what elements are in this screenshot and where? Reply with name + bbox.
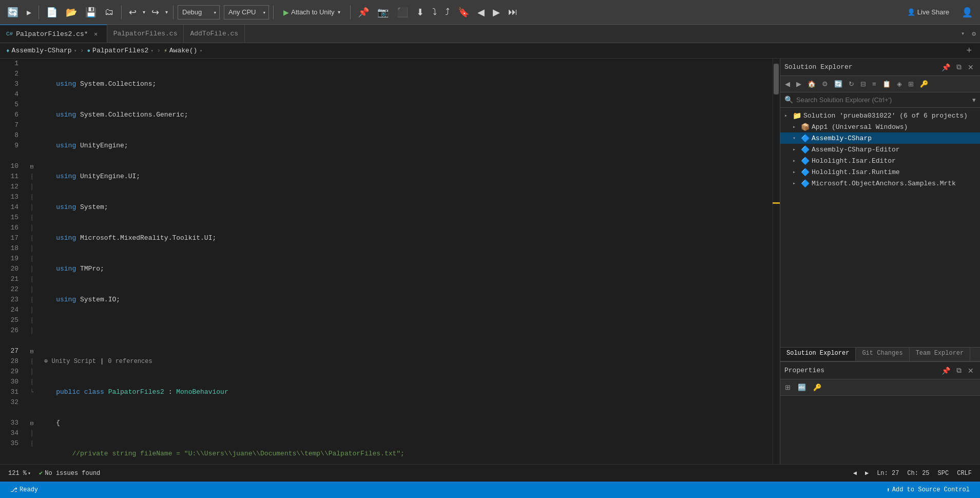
code-editor[interactable]: 1 2 3 4 5 6 7 8 9 10 11 12 13 14 15 16 1…	[0, 59, 780, 464]
se-properties-btn[interactable]: 📋	[880, 79, 893, 89]
se-toggle-btn[interactable]: ⊞	[906, 79, 916, 89]
se-search-input[interactable]	[796, 96, 969, 104]
editor-scrollbar[interactable]	[773, 59, 780, 464]
save-all-btn[interactable]: 🗂	[102, 5, 117, 20]
se-key-btn[interactable]: 🔑	[917, 79, 931, 89]
se-refresh-btn[interactable]: ↻	[846, 79, 857, 89]
gutter-33[interactable]: ⊟	[26, 418, 38, 428]
live-share-btn[interactable]: 👤 Live Share	[902, 7, 954, 17]
breadcrumb-assembly[interactable]: ♦ Assembly-CSharp ▾	[4, 47, 79, 54]
se-pending-changes-btn[interactable]: ≡	[870, 79, 879, 89]
se-tab-solution-explorer[interactable]: Solution Explorer	[780, 348, 856, 361]
props-close-btn[interactable]: ✕	[966, 366, 976, 376]
props-categorized-btn[interactable]: ⊞	[782, 382, 793, 393]
bookmark-btn[interactable]: 🔖	[455, 5, 472, 20]
tree-hololight-editor[interactable]: ▸ 🔷 Hololight.Isar.Editor	[780, 155, 980, 166]
properties-panel: Properties 📌 ⧉ ✕ ⊞ 🔤 🔑	[780, 361, 980, 464]
source-control-btn[interactable]: ⬆ Add to Source Control	[882, 486, 974, 494]
se-back-btn[interactable]: ◀	[782, 79, 793, 89]
breakpoints-btn[interactable]: ⬛	[394, 5, 411, 20]
camera-btn[interactable]: 📷	[374, 5, 392, 20]
se-settings-btn[interactable]: ⚙	[819, 79, 831, 89]
scrollbar-thumb[interactable]	[774, 64, 779, 94]
space-info[interactable]: SPC	[934, 470, 953, 477]
se-close-btn[interactable]: ✕	[966, 62, 976, 72]
breadcrumb-add-btn[interactable]: +	[962, 45, 976, 56]
tab-palpatorfiles2[interactable]: C# PalpatorFiles2.cs* ✕	[0, 25, 107, 43]
tab-addtofile[interactable]: AddToFile.cs	[184, 25, 245, 43]
search-icon: 🔍	[784, 95, 793, 104]
code-content[interactable]: using System.Collections; using System.C…	[38, 59, 773, 464]
assembly-editor-expand: ▸	[793, 146, 799, 152]
tree-hololight-runtime[interactable]: ▸ 🔷 Hololight.Isar.Runtime	[780, 166, 980, 178]
ms-objectanchors-label: Microsoft.ObjectAnchors.Samples.Mrtk	[812, 180, 956, 187]
file-icon: ●	[87, 48, 90, 54]
new-file-btn[interactable]: 📄	[43, 5, 61, 20]
se-float-btn[interactable]: ⧉	[954, 62, 964, 72]
props-alphabetical-btn[interactable]: 🔤	[795, 382, 809, 393]
save-btn[interactable]: 💾	[82, 5, 100, 20]
assembly-expand-icon: ▾	[793, 135, 799, 141]
props-pin-btn[interactable]: 📌	[939, 366, 952, 376]
git-branch-status[interactable]: ⎇ Ready	[6, 482, 42, 498]
assembly-editor-icon: 🔷	[801, 145, 810, 154]
user-account-btn[interactable]: 👤	[958, 5, 976, 20]
step-over-btn[interactable]: ⤵	[429, 5, 440, 20]
pin-btn[interactable]: 📌	[355, 5, 372, 20]
line-ending-info[interactable]: CRLF	[953, 470, 976, 477]
open-btn[interactable]: 📂	[63, 5, 80, 20]
tree-assembly-editor[interactable]: ▸ 🔷 Assembly-CSharp-Editor	[780, 144, 980, 155]
nav2-btn[interactable]: ▶	[490, 5, 503, 20]
back-btn[interactable]: 🔄	[4, 5, 22, 20]
nav1-btn[interactable]: ◀	[474, 5, 488, 20]
se-pin-btn[interactable]: 📌	[939, 62, 952, 72]
tab-settings-btn[interactable]: ⚙	[968, 25, 980, 43]
char-info[interactable]: Ch: 25	[903, 470, 933, 477]
se-home-btn[interactable]: 🏠	[805, 79, 818, 89]
ms-objectanchors-icon: 🔷	[801, 179, 810, 188]
se-collapse-btn[interactable]: ⊟	[858, 79, 869, 89]
undo-btn[interactable]: ↩	[126, 5, 140, 20]
tab-palpatorfiles[interactable]: PalpatorFiles.cs	[107, 25, 184, 43]
props-key-btn[interactable]: 🔑	[811, 382, 824, 393]
breadcrumb-file[interactable]: ● PalpatorFiles2 ▾	[85, 47, 156, 54]
tree-ms-objectanchors[interactable]: ▸ 🔷 Microsoft.ObjectAnchors.Samples.Mrtk	[780, 178, 980, 189]
cpu-dropdown[interactable]: Any CPU x86 x64	[224, 5, 269, 20]
forward-btn[interactable]: ▸	[24, 5, 34, 20]
tree-assembly-csharp[interactable]: ▾ 🔷 Assembly-CSharp	[780, 132, 980, 144]
breadcrumb-method[interactable]: ⚡ Awake() ▾	[162, 47, 204, 54]
attach-to-unity-btn[interactable]: ▶ Attach to Unity ▾	[278, 5, 346, 20]
tree-app1[interactable]: ▸ 📦 App1 (Universal Windows)	[780, 121, 980, 132]
se-tab-git-changes[interactable]: Git Changes	[856, 348, 909, 361]
se-sync-btn[interactable]: 🔄	[832, 79, 845, 89]
scroll-left-btn[interactable]: ◀	[849, 465, 861, 482]
redo-dropdown-btn[interactable]: ▾	[164, 7, 169, 17]
props-float-btn[interactable]: ⧉	[954, 365, 964, 376]
step-out-btn[interactable]: ⤴	[442, 5, 453, 20]
tab-close-palpatorfiles2[interactable]: ✕	[91, 29, 101, 39]
issues-indicator[interactable]: ✔ No issues found	[35, 465, 104, 482]
step-into-btn[interactable]: ⬇	[413, 5, 427, 20]
line-info[interactable]: Ln: 27	[873, 470, 903, 477]
undo-dropdown-btn[interactable]: ▾	[142, 7, 146, 17]
gutter-3	[26, 79, 38, 89]
gutter-27[interactable]: ⊟	[26, 346, 38, 356]
line-28: 28	[0, 356, 22, 367]
zoom-dropdown-icon: ▾	[28, 470, 31, 476]
tab-overflow-btn[interactable]: ▾	[958, 25, 968, 43]
se-forward-btn[interactable]: ▶	[794, 79, 804, 89]
se-tab-team-explorer[interactable]: Team Explorer	[910, 348, 971, 361]
se-search: 🔍 ▾	[780, 92, 980, 108]
zoom-control[interactable]: 121 % ▾	[4, 465, 35, 482]
se-search-dropdown-btn[interactable]: ▾	[972, 96, 976, 104]
solution-tree: ▸ 📁 Solution 'prueba031022' (6 of 6 proj…	[780, 108, 980, 347]
debug-dropdown[interactable]: Debug Release	[178, 5, 220, 20]
redo-btn[interactable]: ↪	[148, 5, 162, 20]
line-17: 17	[0, 233, 22, 243]
scroll-right-btn[interactable]: ▶	[861, 465, 873, 482]
line-14: 14	[0, 202, 22, 213]
se-source-btn[interactable]: ◈	[894, 79, 905, 89]
gutter-10[interactable]: ⊟	[26, 161, 38, 171]
tree-solution-root[interactable]: ▸ 📁 Solution 'prueba031022' (6 of 6 proj…	[780, 110, 980, 121]
nav3-btn[interactable]: ⏭	[505, 5, 521, 20]
